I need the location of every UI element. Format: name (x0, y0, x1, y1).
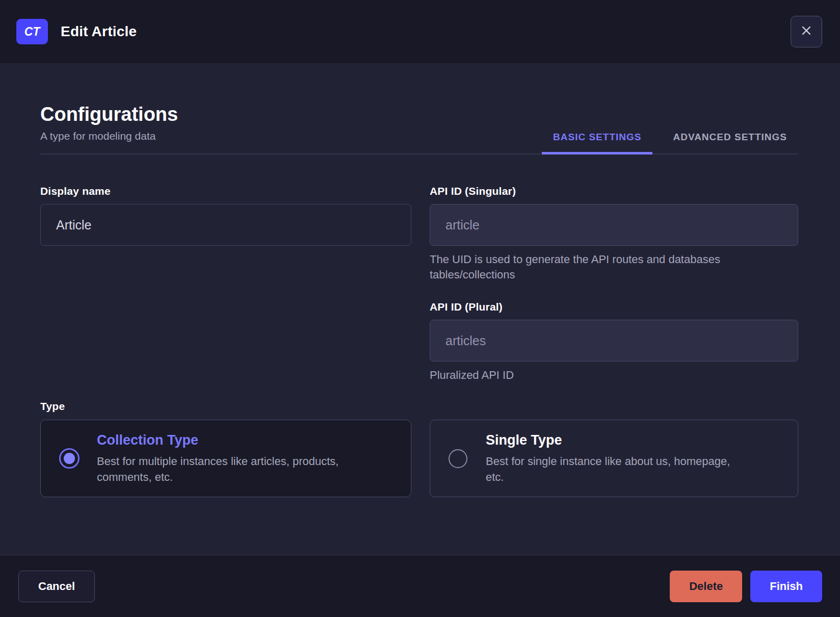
single-type-radio[interactable] (449, 449, 467, 468)
close-button[interactable] (791, 16, 822, 47)
content-type-badge: CT (16, 19, 48, 44)
api-id-plural-help: Pluralized API ID (430, 368, 798, 383)
single-type-description: Best for single instance like about us, … (486, 453, 730, 485)
api-id-column: API ID (Singular) The UID is used to gen… (430, 185, 798, 383)
single-type-text: Single Type Best for single instance lik… (486, 432, 730, 485)
single-type-title: Single Type (486, 432, 730, 448)
close-icon (799, 23, 813, 40)
content-type-badge-label: CT (24, 25, 40, 39)
single-type-option[interactable]: Single Type Best for single instance lik… (430, 420, 798, 497)
collection-type-title: Collection Type (97, 432, 338, 448)
page-title: Configurations (40, 103, 178, 125)
page-subtitle: A type for modeling data (40, 130, 178, 153)
tab-basic-settings[interactable]: BASIC SETTINGS (542, 132, 652, 153)
api-id-singular-group: API ID (Singular) The UID is used to gen… (430, 185, 798, 282)
api-id-plural-group: API ID (Plural) Pluralized API ID (430, 301, 798, 383)
modal-title: Edit Article (61, 23, 137, 40)
cancel-button[interactable]: Cancel (18, 571, 95, 602)
collection-type-option[interactable]: Collection Type Best for multiple instan… (40, 420, 411, 497)
collection-type-text: Collection Type Best for multiple instan… (97, 432, 338, 485)
collection-type-description: Best for multiple instances like article… (97, 453, 338, 485)
type-cards: Collection Type Best for multiple instan… (40, 420, 798, 497)
configurations-header: Configurations A type for modeling data … (40, 103, 798, 155)
radio-selected-dot (64, 453, 75, 464)
finish-button[interactable]: Finish (750, 571, 822, 602)
api-id-singular-label: API ID (Singular) (430, 185, 798, 197)
modal-footer: Cancel Delete Finish (0, 555, 840, 617)
display-name-input[interactable] (40, 204, 411, 246)
type-label: Type (40, 400, 798, 413)
form-grid: Display name API ID (Singular) The UID i… (40, 185, 798, 383)
modal-body: Configurations A type for modeling data … (0, 63, 840, 555)
tab-advanced-settings[interactable]: ADVANCED SETTINGS (662, 132, 798, 153)
api-id-singular-input (430, 204, 798, 246)
display-name-group: Display name (40, 185, 411, 383)
modal-header: CT Edit Article (0, 0, 840, 63)
api-id-singular-help: The UID is used to generate the API rout… (430, 252, 798, 282)
api-id-plural-label: API ID (Plural) (430, 301, 798, 313)
configurations-heading-block: Configurations A type for modeling data (40, 103, 178, 153)
delete-button[interactable]: Delete (670, 571, 742, 602)
type-section: Type Collection Type Best for multiple i… (40, 400, 798, 497)
display-name-label: Display name (40, 185, 411, 197)
api-id-plural-input (430, 320, 798, 362)
collection-type-radio[interactable] (59, 448, 80, 469)
settings-tabs: BASIC SETTINGS ADVANCED SETTINGS (542, 132, 798, 153)
